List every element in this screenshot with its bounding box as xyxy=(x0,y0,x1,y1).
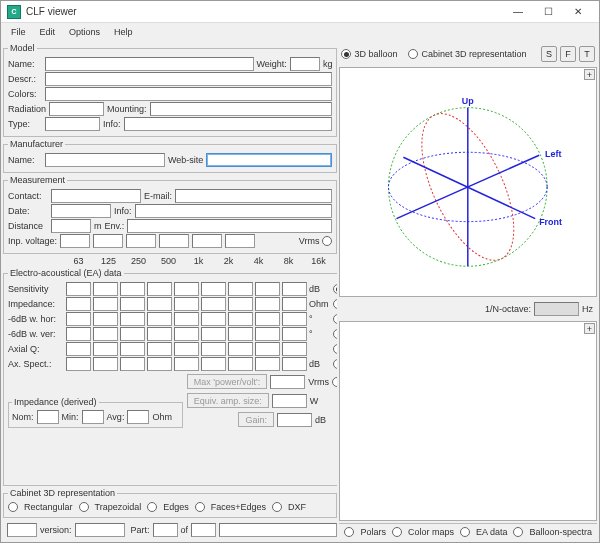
meas-inpv-input-3[interactable] xyxy=(159,234,189,248)
version-input[interactable] xyxy=(75,523,125,537)
cab-trap-radio[interactable] xyxy=(79,502,89,512)
part-total-input[interactable] xyxy=(191,523,216,537)
tab-bspec-radio[interactable] xyxy=(513,527,523,537)
maximize-button[interactable]: ☐ xyxy=(533,2,563,22)
meas-inpv-input-4[interactable] xyxy=(192,234,222,248)
ea-row-radio-3[interactable] xyxy=(333,329,337,339)
ea-cell-2-8[interactable] xyxy=(282,312,307,326)
meas-date-input[interactable] xyxy=(51,204,111,218)
ea-cell-0-3[interactable] xyxy=(147,282,172,296)
view-balloon-radio[interactable] xyxy=(341,49,351,59)
ea-cell-3-0[interactable] xyxy=(66,327,91,341)
cab-dxf-radio[interactable] xyxy=(272,502,282,512)
ea-cell-5-5[interactable] xyxy=(201,357,226,371)
ea-cell-5-7[interactable] xyxy=(255,357,280,371)
part-extra-input[interactable] xyxy=(219,523,337,537)
maxpv-radio[interactable] xyxy=(332,377,337,387)
ea-cell-3-5[interactable] xyxy=(201,327,226,341)
ea-cell-3-4[interactable] xyxy=(174,327,199,341)
cab-rect-radio[interactable] xyxy=(8,502,18,512)
meas-inpv-input-5[interactable] xyxy=(225,234,255,248)
model-mounting-input[interactable] xyxy=(150,102,333,116)
meas-inpv-input-2[interactable] xyxy=(126,234,156,248)
viewport-expand-button[interactable]: + xyxy=(584,69,595,80)
ea-cell-1-2[interactable] xyxy=(120,297,145,311)
meas-env-input[interactable] xyxy=(127,219,332,233)
gain-button[interactable]: Gain: xyxy=(238,412,274,427)
gain-input[interactable] xyxy=(277,413,312,427)
meas-inpv-input-0[interactable] xyxy=(60,234,90,248)
ea-cell-0-5[interactable] xyxy=(201,282,226,296)
ea-cell-4-1[interactable] xyxy=(93,342,118,356)
ea-cell-2-5[interactable] xyxy=(201,312,226,326)
ea-cell-0-0[interactable] xyxy=(66,282,91,296)
ea-cell-1-7[interactable] xyxy=(255,297,280,311)
ea-cell-3-6[interactable] xyxy=(228,327,253,341)
ea-row-radio-4[interactable] xyxy=(333,344,337,354)
ea-cell-4-8[interactable] xyxy=(282,342,307,356)
view-t-button[interactable]: T xyxy=(579,46,595,62)
tab-polars-radio[interactable] xyxy=(344,527,354,537)
maxpv-input[interactable] xyxy=(270,375,305,389)
ea-cell-5-8[interactable] xyxy=(282,357,307,371)
ea-cell-4-0[interactable] xyxy=(66,342,91,356)
menu-help[interactable]: Help xyxy=(108,25,139,39)
octave-input[interactable] xyxy=(534,302,579,316)
mfr-website-input[interactable] xyxy=(206,153,332,167)
ea-cell-4-5[interactable] xyxy=(201,342,226,356)
ea-cell-0-7[interactable] xyxy=(255,282,280,296)
tab-ea-radio[interactable] xyxy=(460,527,470,537)
ea-cell-5-0[interactable] xyxy=(66,357,91,371)
model-type-input[interactable] xyxy=(45,117,100,131)
meas-dist-input[interactable] xyxy=(51,219,91,233)
ea-cell-5-3[interactable] xyxy=(147,357,172,371)
ea-cell-3-3[interactable] xyxy=(147,327,172,341)
ea-cell-4-7[interactable] xyxy=(255,342,280,356)
ea-cell-2-7[interactable] xyxy=(255,312,280,326)
ea-cell-4-4[interactable] xyxy=(174,342,199,356)
ea-cell-1-5[interactable] xyxy=(201,297,226,311)
ea-cell-3-1[interactable] xyxy=(93,327,118,341)
ea-cell-1-6[interactable] xyxy=(228,297,253,311)
viewport2-expand-button[interactable]: + xyxy=(584,323,595,334)
ea-cell-0-6[interactable] xyxy=(228,282,253,296)
ea-cell-4-3[interactable] xyxy=(147,342,172,356)
menu-edit[interactable]: Edit xyxy=(34,25,62,39)
eqamp-button[interactable]: Equiv. amp. size: xyxy=(187,393,269,408)
ea-cell-1-0[interactable] xyxy=(66,297,91,311)
ea-cell-4-2[interactable] xyxy=(120,342,145,356)
balloon-viewport[interactable]: + Up Left Front xyxy=(339,67,597,297)
view-f-button[interactable]: F xyxy=(560,46,576,62)
ea-cell-1-3[interactable] xyxy=(147,297,172,311)
meas-inpv-radio[interactable] xyxy=(322,236,332,246)
imp-min-input[interactable] xyxy=(82,410,104,424)
ea-cell-1-1[interactable] xyxy=(93,297,118,311)
cab-fe-radio[interactable] xyxy=(195,502,205,512)
ea-cell-1-4[interactable] xyxy=(174,297,199,311)
part-input[interactable] xyxy=(153,523,178,537)
maxpv-button[interactable]: Max 'power/volt': xyxy=(187,374,267,389)
model-colors-input[interactable] xyxy=(45,87,332,101)
ea-cell-4-6[interactable] xyxy=(228,342,253,356)
eqamp-input[interactable] xyxy=(272,394,307,408)
ea-cell-2-0[interactable] xyxy=(66,312,91,326)
ea-row-radio-0[interactable] xyxy=(333,284,337,294)
view-s-button[interactable]: S xyxy=(541,46,557,62)
model-radiation-input[interactable] xyxy=(49,102,104,116)
ea-cell-2-4[interactable] xyxy=(174,312,199,326)
secondary-viewport[interactable]: + xyxy=(339,321,597,521)
ea-cell-5-2[interactable] xyxy=(120,357,145,371)
ea-cell-3-8[interactable] xyxy=(282,327,307,341)
model-info-input[interactable] xyxy=(124,117,333,131)
ea-cell-2-2[interactable] xyxy=(120,312,145,326)
ea-cell-5-1[interactable] xyxy=(93,357,118,371)
model-descr-input[interactable] xyxy=(45,72,332,86)
mfr-name-input[interactable] xyxy=(45,153,165,167)
ea-cell-3-2[interactable] xyxy=(120,327,145,341)
ea-row-radio-1[interactable] xyxy=(333,299,337,309)
ea-cell-3-7[interactable] xyxy=(255,327,280,341)
ea-cell-0-8[interactable] xyxy=(282,282,307,296)
meas-inpv-input-1[interactable] xyxy=(93,234,123,248)
view-cab3d-radio[interactable] xyxy=(408,49,418,59)
close-button[interactable]: ✕ xyxy=(563,2,593,22)
